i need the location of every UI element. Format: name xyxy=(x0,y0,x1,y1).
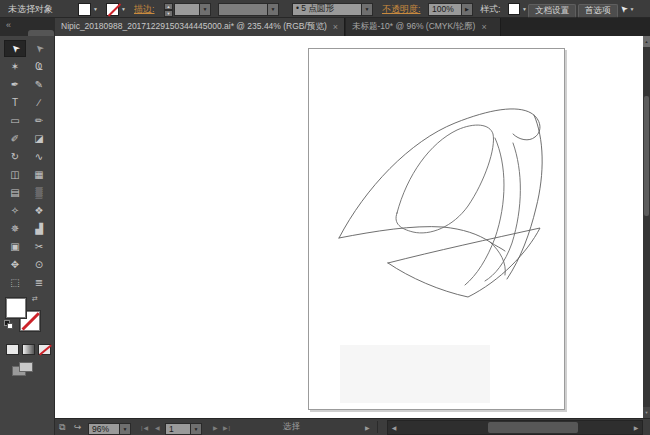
screen-mode-button[interactable] xyxy=(12,362,34,378)
vertical-scrollbar[interactable]: ▲ ▼ xyxy=(643,36,650,418)
scroll-down-icon[interactable]: ▼ xyxy=(643,407,650,418)
canvas-area[interactable] xyxy=(55,36,643,418)
slice-tool[interactable]: ✂ xyxy=(28,238,50,255)
artboard-number-combo[interactable]: 1 ▼ xyxy=(165,421,202,435)
extra-tool-b[interactable]: ≣ xyxy=(28,274,50,291)
tab-2-close-icon[interactable]: × xyxy=(481,22,486,32)
zoom-tool[interactable]: ⊙ xyxy=(28,256,50,273)
brush-definition-field[interactable]: • 5 点圆形 xyxy=(292,3,362,16)
direct-selection-tool[interactable]: ➤ xyxy=(28,40,50,57)
collapse-panel-icon[interactable]: « xyxy=(6,20,11,30)
graph-tool[interactable]: ▟ xyxy=(28,220,50,237)
tab-document-2[interactable]: 未标题-10* @ 96% (CMYK/轮廓) × xyxy=(346,18,501,36)
gradient-tool[interactable]: ▒ xyxy=(28,184,50,201)
stroke-color-swatch[interactable]: ▼ xyxy=(106,0,126,18)
style-dropdown-icon[interactable]: ▼ xyxy=(522,6,527,12)
eyedropper-tool[interactable]: ✧ xyxy=(4,202,26,219)
blend-tool[interactable]: ❖ xyxy=(28,202,50,219)
gradient-mode-button[interactable] xyxy=(22,344,35,355)
width-profile-field[interactable] xyxy=(218,3,268,16)
width-profile-combo[interactable]: ▼ xyxy=(218,0,279,18)
artboard-number-field[interactable]: 1 xyxy=(165,423,191,435)
stroke-weight-field[interactable] xyxy=(174,3,200,16)
curvature-tool[interactable]: ✎ xyxy=(28,76,50,93)
paint-mode-buttons xyxy=(6,344,51,355)
selection-options-control[interactable]: ➤ ▼ xyxy=(620,0,635,18)
pencil-tool-icon: ✐ xyxy=(11,133,19,144)
swap-fill-stroke-icon[interactable]: ⇄ xyxy=(32,295,38,303)
status-menu-arrow-icon[interactable]: ▶ xyxy=(365,419,370,435)
line-segment-tool[interactable]: ∕ xyxy=(28,94,50,111)
scroll-up-icon[interactable]: ▲ xyxy=(643,36,650,47)
zoom-level-field[interactable]: 96% xyxy=(88,423,120,435)
shape-builder-tool-icon: ◫ xyxy=(10,169,19,180)
stepper-up-icon[interactable]: ▲ xyxy=(164,3,173,10)
stroke-weight-combo[interactable]: ▼ xyxy=(174,0,211,18)
export-icon[interactable]: ↪ xyxy=(74,419,82,435)
style-swatch[interactable]: ▼ xyxy=(508,0,527,18)
brush-dropdown-icon[interactable]: ▼ xyxy=(362,3,373,16)
cursor-dropdown-icon[interactable]: ▼ xyxy=(630,6,635,12)
zoom-dropdown-icon[interactable]: ▼ xyxy=(120,423,131,435)
horizontal-scroll-thumb[interactable] xyxy=(488,422,578,433)
artboard-dropdown-icon[interactable]: ▼ xyxy=(191,423,202,435)
last-artboard-button[interactable]: ▶| xyxy=(223,419,231,435)
sketch-lower-blade-edge xyxy=(339,227,505,251)
pencil-tool[interactable]: ✐ xyxy=(4,130,26,147)
next-artboard-button[interactable]: ▶ xyxy=(213,419,219,435)
zoom-level-combo[interactable]: 96% ▼ xyxy=(88,421,131,435)
tab-1-close-icon[interactable]: × xyxy=(333,22,338,32)
opacity-panel-link[interactable]: 不透明度: xyxy=(382,0,421,18)
stepper-down-icon[interactable]: ▼ xyxy=(164,10,173,17)
graph-tool-icon: ▟ xyxy=(35,223,43,234)
artboard-nav-icon[interactable]: ⧉ xyxy=(59,419,65,435)
selection-tool[interactable]: ➤ xyxy=(4,40,26,57)
fill-color-swatch[interactable]: ▼ xyxy=(78,0,98,18)
fill-indicator-white[interactable] xyxy=(6,298,26,318)
stroke-weight-dropdown-icon[interactable]: ▼ xyxy=(200,3,211,16)
tab-document-1[interactable]: Nipic_20180988_20171229150344445000.ai* … xyxy=(55,18,345,36)
opacity-dropdown-icon[interactable]: ▶ xyxy=(462,3,473,16)
magic-wand-tool[interactable]: ✶ xyxy=(4,58,26,75)
stroke-dropdown-icon[interactable]: ▼ xyxy=(121,6,126,12)
rectangle-tool[interactable]: ▭ xyxy=(4,112,26,129)
line-art-sketch[interactable] xyxy=(335,103,547,301)
mesh-tool[interactable]: ▤ xyxy=(4,184,26,201)
preferences-button[interactable]: 首选项 xyxy=(578,4,618,18)
cursor-icon: ➤ xyxy=(618,3,630,15)
eraser-tool[interactable]: ◪ xyxy=(28,130,50,147)
fill-dropdown-icon[interactable]: ▼ xyxy=(93,6,98,12)
none-mode-button[interactable] xyxy=(38,344,51,355)
width-tool[interactable]: ∿ xyxy=(28,148,50,165)
tools-panel-header: « xyxy=(0,18,55,36)
default-fill-stroke-icon[interactable] xyxy=(4,320,13,329)
opacity-field[interactable]: 100% xyxy=(428,3,462,16)
rotate-tool[interactable]: ↻ xyxy=(4,148,26,165)
paintbrush-tool[interactable]: ✏ xyxy=(28,112,50,129)
symbol-sprayer-tool[interactable]: ✵ xyxy=(4,220,26,237)
pen-tool[interactable]: ✒ xyxy=(4,76,26,93)
selection-status-label: 未选择对象 xyxy=(8,0,53,18)
artboard-tool[interactable]: ▣ xyxy=(4,238,26,255)
shape-builder-tool[interactable]: ◫ xyxy=(4,166,26,183)
previous-artboard-button[interactable]: ◀ xyxy=(155,419,161,435)
lasso-tool[interactable]: Ҩ xyxy=(28,58,50,75)
opacity-combo[interactable]: 100% ▶ xyxy=(428,0,473,18)
lasso-tool-icon: Ҩ xyxy=(35,61,43,72)
color-mode-button[interactable] xyxy=(6,344,19,355)
fill-stroke-indicator[interactable]: ⇄ xyxy=(6,298,46,334)
vertical-scroll-thumb[interactable] xyxy=(644,96,649,216)
scroll-right-icon[interactable]: ▶ xyxy=(630,421,642,434)
first-artboard-button[interactable]: |◀ xyxy=(141,419,149,435)
type-tool[interactable]: T xyxy=(4,94,26,111)
horizontal-scrollbar[interactable]: ◀ ▶ xyxy=(387,420,643,435)
brush-definition-combo[interactable]: • 5 点圆形 ▼ xyxy=(292,0,373,18)
document-setup-button[interactable]: 文档设置 xyxy=(528,4,576,18)
extra-tool-a[interactable]: ⬚ xyxy=(4,274,26,291)
hand-tool[interactable]: ✥ xyxy=(4,256,26,273)
width-profile-dropdown-icon[interactable]: ▼ xyxy=(268,3,279,16)
perspective-grid-tool[interactable]: ▦ xyxy=(28,166,50,183)
stroke-panel-link[interactable]: 描边: xyxy=(134,0,155,18)
scroll-left-icon[interactable]: ◀ xyxy=(388,421,400,434)
stroke-weight-stepper[interactable]: ▲ ▼ xyxy=(164,0,173,18)
